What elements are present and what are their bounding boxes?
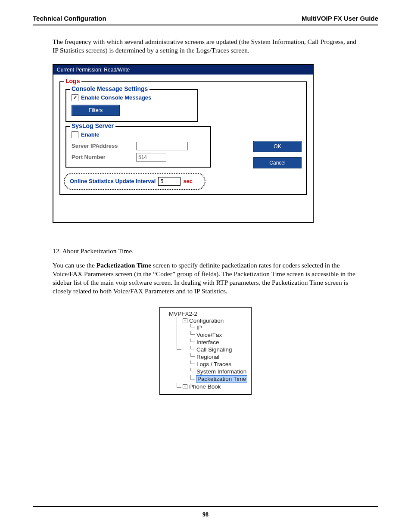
stats-interval-label: Online Statistics Update Interval	[70, 178, 156, 184]
syslog-legend: SysLog Server	[70, 122, 115, 129]
expand-icon[interactable]: +	[183, 384, 187, 389]
logs-dialog: Current Permission: Read/Write Logs Cons…	[53, 64, 314, 223]
tree-item-regional[interactable]: Regional	[190, 353, 248, 361]
enable-syslog-label: Enable	[81, 131, 100, 138]
collapse-icon[interactable]: -	[183, 318, 187, 323]
enable-console-label: Enable Console Messages	[81, 94, 151, 101]
console-legend: Console Message Settings	[70, 85, 149, 92]
tree-item-packetization-time[interactable]: Packetization Time	[190, 375, 248, 383]
tree-phone-book[interactable]: +Phone Book	[177, 383, 248, 390]
logs-fieldset: Logs Console Message Settings ✓ Enable C…	[59, 81, 307, 195]
header-left: Technical Configuration	[33, 15, 106, 22]
dialog-titlebar: Current Permission: Read/Write	[53, 65, 313, 75]
port-number-input[interactable]	[136, 153, 166, 162]
tree-item-voicefax[interactable]: Voice/Fax	[190, 331, 248, 339]
section-12-heading: 12. About Packetization Time.	[53, 247, 358, 255]
port-number-label: Port Number	[72, 154, 132, 160]
server-ip-label: Server IPAddress	[72, 143, 132, 149]
page-number: 98	[0, 506, 411, 518]
section-12-paragraph: You can use the Packetization Time scree…	[53, 261, 358, 295]
server-ip-input[interactable]	[136, 142, 188, 150]
enable-syslog-checkbox[interactable]	[72, 131, 78, 138]
enable-console-checkbox[interactable]: ✓	[72, 94, 78, 101]
header-right: MultiVOIP FX User Guide	[302, 15, 378, 22]
tree-item-ip[interactable]: IP	[190, 324, 248, 331]
nav-tree: MVPFX2-2 -Configuration IP Voice/Fax Int…	[159, 307, 252, 395]
syslog-fieldset: SysLog Server Enable Server IPAddress Po…	[65, 126, 211, 168]
tree-item-call-signaling[interactable]: Call Signaling	[190, 346, 248, 353]
stats-interval-input[interactable]	[158, 177, 181, 186]
tree-item-system-info[interactable]: System Information	[190, 368, 248, 375]
console-fieldset: Console Message Settings ✓ Enable Consol…	[65, 89, 198, 122]
intro-paragraph: The frequency with which several adminis…	[53, 37, 358, 55]
cancel-button[interactable]: Cancel	[253, 157, 302, 168]
stats-interval-row: Online Statistics Update Interval sec	[66, 174, 204, 188]
tree-item-logs-traces[interactable]: Logs / Traces	[190, 361, 248, 368]
logs-legend: Logs	[64, 78, 81, 84]
page-header: Technical Configuration MultiVOIP FX Use…	[33, 15, 378, 25]
tree-configuration[interactable]: -Configuration IP Voice/Fax Interface Ca…	[177, 317, 248, 383]
tree-item-interface[interactable]: Interface	[190, 339, 248, 346]
ok-button[interactable]: OK	[253, 141, 302, 152]
stats-interval-unit: sec	[183, 178, 193, 184]
filters-button[interactable]: Filters	[72, 105, 120, 116]
tree-root[interactable]: MVPFX2-2 -Configuration IP Voice/Fax Int…	[163, 310, 248, 391]
